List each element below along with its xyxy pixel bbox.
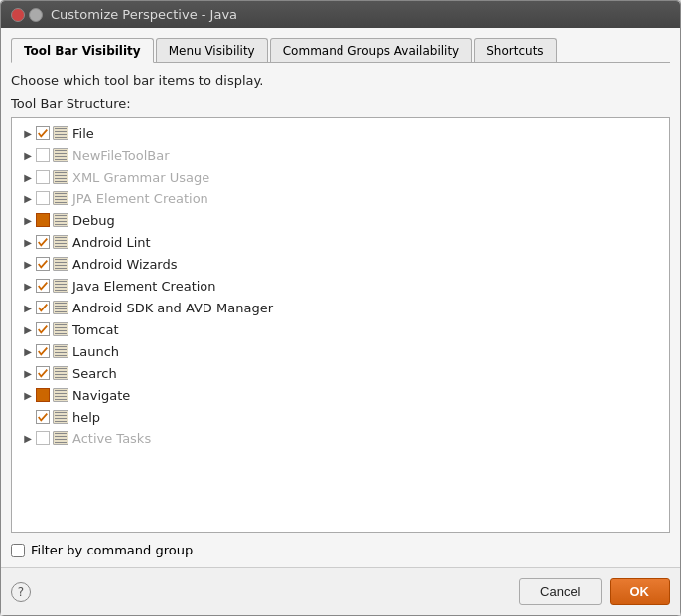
tree-expand-icon[interactable]: ▶ xyxy=(20,212,36,228)
toolbar-item-icon xyxy=(53,147,68,163)
tree-item-label: Android Wizards xyxy=(72,257,178,272)
toolbar-item-icon xyxy=(53,343,68,359)
tree-expand-icon[interactable]: ▶ xyxy=(20,343,36,359)
tree-checkbox[interactable] xyxy=(36,301,50,314)
dialog-title: Customize Perspective - Java xyxy=(51,7,670,22)
tree-expand-icon[interactable]: ▶ xyxy=(20,300,36,315)
tree-item-label: Launch xyxy=(72,344,119,359)
tree-item-label: help xyxy=(72,410,100,425)
tree-expand-icon[interactable]: ▶ xyxy=(20,234,36,250)
tree-item-label: Search xyxy=(72,366,117,381)
tree-item-label: XML Grammar Usage xyxy=(72,170,209,185)
tree-item-label: Tomcat xyxy=(72,322,119,337)
tree-expand-icon[interactable]: ▶ xyxy=(20,147,36,163)
tree-item[interactable]: ▶Android SDK and AVD Manager xyxy=(12,297,669,318)
title-bar: Customize Perspective - Java xyxy=(1,1,680,28)
tree-item[interactable]: ▶Android Wizards xyxy=(12,253,669,275)
tree-item-label: Android SDK and AVD Manager xyxy=(72,301,273,315)
tree-item-label: Java Element Creation xyxy=(72,279,216,294)
close-button[interactable] xyxy=(11,8,25,22)
tab-menu-visibility[interactable]: Menu Visibility xyxy=(156,38,268,62)
filter-label: Filter by command group xyxy=(31,543,193,557)
minimize-button[interactable] xyxy=(29,8,43,22)
toolbar-item-icon xyxy=(53,365,68,381)
tree-item-label: Navigate xyxy=(72,388,130,403)
toolbar-item-icon xyxy=(53,321,68,337)
tree-expand-icon[interactable]: ▶ xyxy=(20,431,36,446)
section-label: Tool Bar Structure: xyxy=(11,96,670,111)
tree-item[interactable]: ▶Launch xyxy=(12,340,669,362)
toolbar-item-icon xyxy=(53,234,68,250)
title-bar-buttons xyxy=(11,8,43,22)
tree-expand-icon[interactable]: ▶ xyxy=(20,125,36,141)
tree-container: ▶File▶NewFileToolBar▶XML Grammar Usage▶J… xyxy=(11,117,670,533)
footer-buttons: Cancel OK xyxy=(519,578,670,605)
tree-item[interactable]: ▶Active Tasks xyxy=(12,428,669,449)
toolbar-item-icon xyxy=(53,125,68,141)
tab-bar: Tool Bar Visibility Menu Visibility Comm… xyxy=(11,38,670,63)
tree-item[interactable]: ▶Debug xyxy=(12,209,669,231)
tree-checkbox[interactable] xyxy=(36,148,50,162)
tree-item[interactable]: help xyxy=(12,406,669,428)
tab-toolbar-visibility[interactable]: Tool Bar Visibility xyxy=(11,38,154,63)
tree-checkbox[interactable] xyxy=(36,410,50,424)
filter-row: Filter by command group xyxy=(11,543,670,557)
help-button[interactable]: ? xyxy=(11,582,31,602)
tree-item[interactable]: ▶NewFileToolBar xyxy=(12,144,669,166)
tree-expand-icon[interactable]: ▶ xyxy=(20,256,36,272)
dialog-body: Tool Bar Visibility Menu Visibility Comm… xyxy=(1,28,680,567)
tree-item-label: File xyxy=(72,126,94,141)
tree-item[interactable]: ▶Android Lint xyxy=(12,231,669,253)
description-text: Choose which tool bar items to display. xyxy=(11,73,670,88)
tree-item[interactable]: ▶Navigate xyxy=(12,384,669,406)
toolbar-item-icon xyxy=(53,212,68,228)
tree-item[interactable]: ▶JPA Element Creation xyxy=(12,187,669,209)
footer: ? Cancel OK xyxy=(1,567,680,615)
toolbar-item-icon xyxy=(53,169,68,185)
tree-checkbox[interactable] xyxy=(36,126,50,140)
tree-indicator[interactable] xyxy=(36,388,50,402)
tree-item[interactable]: ▶Java Element Creation xyxy=(12,275,669,297)
tree-checkbox[interactable] xyxy=(36,366,50,380)
tree-item[interactable]: ▶Search xyxy=(12,362,669,384)
ok-button[interactable]: OK xyxy=(610,578,671,605)
tree-checkbox[interactable] xyxy=(36,191,50,205)
tree-checkbox[interactable] xyxy=(36,257,50,271)
tree-item[interactable]: ▶File xyxy=(12,122,669,144)
tree-item-label: NewFileToolBar xyxy=(72,148,170,163)
tree-expand-icon[interactable]: ▶ xyxy=(20,278,36,294)
tree-item-label: Debug xyxy=(72,213,115,228)
tree-expand-icon[interactable]: ▶ xyxy=(20,321,36,337)
tree-indicator[interactable] xyxy=(36,213,50,227)
toolbar-item-icon xyxy=(53,431,68,446)
filter-checkbox[interactable] xyxy=(11,544,25,557)
tree-checkbox[interactable] xyxy=(36,322,50,336)
tree-item[interactable]: ▶Tomcat xyxy=(12,318,669,340)
tree-expand-icon[interactable]: ▶ xyxy=(20,365,36,381)
tree-expand-icon xyxy=(20,409,36,425)
toolbar-item-icon xyxy=(53,387,68,403)
toolbar-item-icon xyxy=(53,409,68,425)
tree-checkbox[interactable] xyxy=(36,344,50,358)
tree-expand-icon[interactable]: ▶ xyxy=(20,169,36,185)
tree-item[interactable]: ▶XML Grammar Usage xyxy=(12,166,669,187)
tree-checkbox[interactable] xyxy=(36,279,50,293)
tree-checkbox[interactable] xyxy=(36,235,50,249)
tab-shortcuts[interactable]: Shortcuts xyxy=(474,38,556,62)
cancel-button[interactable]: Cancel xyxy=(519,578,601,605)
toolbar-item-icon xyxy=(53,190,68,206)
tree-item-label: Active Tasks xyxy=(72,431,151,446)
tab-command-groups[interactable]: Command Groups Availability xyxy=(270,38,473,62)
toolbar-item-icon xyxy=(53,256,68,272)
tree-item-label: Android Lint xyxy=(72,235,151,250)
tree-expand-icon[interactable]: ▶ xyxy=(20,190,36,206)
tree-checkbox[interactable] xyxy=(36,170,50,184)
dialog: Customize Perspective - Java Tool Bar Vi… xyxy=(0,0,681,616)
toolbar-item-icon xyxy=(53,300,68,315)
tree-checkbox[interactable] xyxy=(36,431,50,445)
tree-expand-icon[interactable]: ▶ xyxy=(20,387,36,403)
toolbar-item-icon xyxy=(53,278,68,294)
tree-item-label: JPA Element Creation xyxy=(72,191,208,206)
